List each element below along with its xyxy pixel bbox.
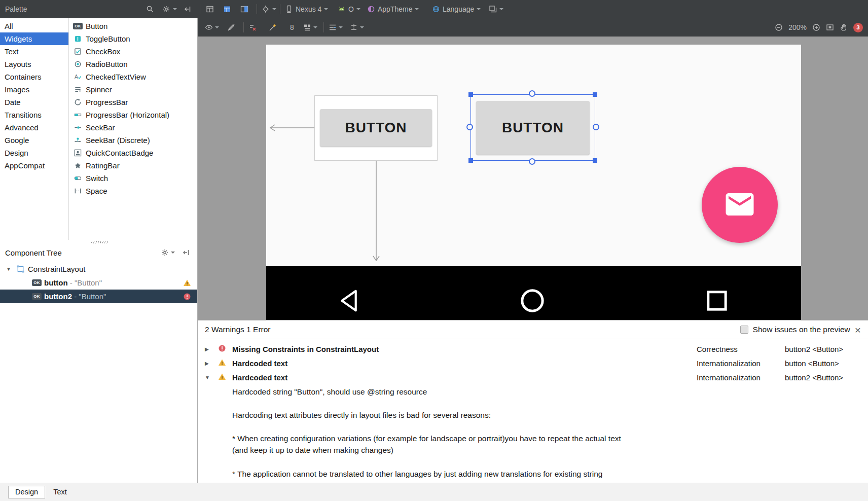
palette-category-containers[interactable]: Containers bbox=[0, 70, 68, 83]
zoom-out-button[interactable] bbox=[775, 23, 783, 31]
language-selector[interactable]: Language bbox=[432, 0, 481, 18]
palette-category-images[interactable]: Images bbox=[0, 83, 68, 96]
tab-design[interactable]: Design bbox=[8, 486, 45, 498]
issues-panel: 2 Warnings 1 Error Show issues on the pr… bbox=[198, 320, 868, 483]
palette-category-design[interactable]: Design bbox=[0, 147, 68, 159]
canvas-button1[interactable]: BUTTON bbox=[320, 109, 432, 147]
constraint-anchor-top[interactable] bbox=[529, 90, 535, 97]
tree-node-button2[interactable]: OK button2 - "Button" bbox=[0, 290, 197, 303]
issues-header: 2 Warnings 1 Error Show issues on the pr… bbox=[198, 320, 868, 339]
fab-email-button[interactable] bbox=[702, 167, 778, 243]
issue-detail-line: (and keep it up to date when making chan… bbox=[232, 446, 393, 455]
resize-handle-top-right[interactable] bbox=[593, 92, 597, 97]
issue-row-hardcoded-text-button[interactable]: ▶ Hardcoded text Internationalization bu… bbox=[198, 356, 868, 370]
palette-widget-button[interactable]: OK Button bbox=[69, 20, 197, 32]
show-issues-checkbox[interactable] bbox=[740, 326, 748, 334]
collapse-arrow-icon[interactable]: ▼ bbox=[205, 375, 213, 380]
orientation-icon[interactable] bbox=[262, 0, 276, 18]
issue-count-badge[interactable]: 3 bbox=[853, 23, 863, 32]
palette-category-advanced[interactable]: Advanced bbox=[0, 121, 68, 134]
button-node-icon: OK bbox=[32, 292, 41, 301]
guideline-icon[interactable] bbox=[350, 18, 364, 37]
pan-hand-button[interactable] bbox=[840, 23, 848, 31]
issue-detail-line: * When creating configuration variations… bbox=[232, 434, 621, 443]
widget-label: SeekBar (Discrete) bbox=[86, 136, 150, 145]
palette-widget-ratingbar[interactable]: RatingBar bbox=[69, 159, 197, 172]
theme-selector[interactable]: AppTheme bbox=[367, 0, 419, 18]
constraintlayout-icon bbox=[16, 265, 25, 273]
constraint-anchor-bottom[interactable] bbox=[529, 158, 535, 165]
issue-row-hardcoded-text-button2[interactable]: ▼ Hardcoded text Internationalization bu… bbox=[198, 370, 868, 384]
palette-settings-gear-icon[interactable] bbox=[162, 0, 177, 18]
palette-category-date[interactable]: Date bbox=[0, 96, 68, 109]
palette-widget-seekbar[interactable]: SeekBar bbox=[69, 121, 197, 134]
palette-widget-spinner[interactable]: Spinner bbox=[69, 83, 197, 96]
api-selector[interactable]: O bbox=[338, 0, 360, 18]
splitter-grip-icon bbox=[90, 241, 108, 243]
palette-category-appcompat[interactable]: AppCompat bbox=[0, 159, 68, 172]
canvas-button2[interactable]: BUTTON bbox=[476, 101, 590, 155]
close-panel-icon[interactable]: × bbox=[855, 325, 861, 335]
theme-icon bbox=[367, 5, 375, 13]
constraint-anchor-left[interactable] bbox=[466, 124, 473, 130]
tree-node-button[interactable]: OK button - "Button" bbox=[0, 276, 197, 290]
palette-category-widgets[interactable]: Widgets bbox=[0, 32, 68, 45]
hide-panel-pin-icon[interactable] bbox=[184, 0, 192, 18]
search-icon[interactable] bbox=[146, 0, 154, 18]
panel-splitter[interactable] bbox=[0, 240, 197, 244]
tree-node-constraintlayout[interactable]: ▼ ConstraintLayout bbox=[0, 262, 197, 276]
palette-widget-quickcontactbadge[interactable]: QuickContactBadge bbox=[69, 147, 197, 159]
palette-widget-switch[interactable]: Switch bbox=[69, 172, 197, 185]
autoconnect-icon[interactable] bbox=[227, 18, 235, 37]
zoom-in-button[interactable] bbox=[812, 23, 820, 31]
nav-home-icon bbox=[520, 289, 545, 314]
tab-text[interactable]: Text bbox=[46, 486, 74, 498]
widget-label: ToggleButton bbox=[86, 34, 130, 43]
view-design-mode-icon[interactable] bbox=[206, 0, 214, 18]
palette-widget-seekbar-discrete[interactable]: SeekBar (Discrete) bbox=[69, 134, 197, 147]
show-constraints-eye-icon[interactable] bbox=[205, 18, 219, 37]
palette-widget-progressbar-horizontal[interactable]: ProgressBar (Horizontal) bbox=[69, 109, 197, 121]
palette-category-all[interactable]: All bbox=[0, 20, 68, 32]
button1-bounds[interactable]: BUTTON bbox=[314, 95, 438, 161]
view-both-mode-icon[interactable] bbox=[240, 0, 248, 18]
virtual-screens-icon[interactable] bbox=[489, 0, 503, 18]
design-canvas[interactable]: BUTTON BUTTON bbox=[198, 37, 868, 320]
palette-widget-space[interactable]: Space bbox=[69, 185, 197, 197]
palette-widget-checkbox[interactable]: CheckBox bbox=[69, 45, 197, 58]
palette-widget-radiobutton[interactable]: RadioButton bbox=[69, 58, 197, 70]
device-selector[interactable]: Nexus 4 bbox=[285, 0, 328, 18]
default-margin-button[interactable]: 8 bbox=[290, 18, 294, 37]
issue-row-missing-constraints[interactable]: ▶ Missing Constraints in ConstraintLayou… bbox=[198, 342, 868, 356]
palette-category-transitions[interactable]: Transitions bbox=[0, 109, 68, 121]
button2-selection[interactable]: BUTTON bbox=[471, 94, 595, 161]
toolbar-separator bbox=[323, 22, 324, 32]
checkbox-widget-icon bbox=[74, 47, 82, 56]
zoom-to-fit-button[interactable] bbox=[826, 23, 834, 31]
constraint-anchor-right[interactable] bbox=[593, 124, 599, 130]
clear-constraints-icon[interactable] bbox=[248, 18, 257, 37]
resize-handle-bottom-right[interactable] bbox=[593, 158, 597, 163]
pack-icon[interactable] bbox=[303, 18, 317, 37]
expand-arrow-icon[interactable]: ▼ bbox=[6, 266, 13, 272]
toolbar-separator bbox=[280, 4, 280, 14]
palette-widget-checkedtextview[interactable]: A CheckedTextView bbox=[69, 70, 197, 83]
expand-arrow-icon[interactable]: ▶ bbox=[205, 346, 213, 352]
palette-category-text[interactable]: Text bbox=[0, 45, 68, 58]
align-icon[interactable] bbox=[329, 18, 343, 37]
view-blueprint-mode-icon[interactable] bbox=[223, 0, 231, 18]
resize-handle-top-left[interactable] bbox=[468, 92, 473, 97]
palette-category-layouts[interactable]: Layouts bbox=[0, 58, 68, 70]
component-tree-pin-icon[interactable] bbox=[182, 248, 190, 257]
issues-summary: 2 Warnings 1 Error bbox=[205, 325, 271, 334]
infer-constraints-icon[interactable] bbox=[269, 18, 277, 37]
component-tree-gear-icon[interactable] bbox=[161, 248, 175, 257]
warning-icon bbox=[218, 373, 227, 382]
palette-widget-togglebutton[interactable]: ToggleButton bbox=[69, 32, 197, 45]
globe-icon bbox=[432, 5, 440, 13]
resize-handle-bottom-left[interactable] bbox=[468, 158, 473, 163]
widget-label: Space bbox=[86, 187, 107, 195]
palette-category-google[interactable]: Google bbox=[0, 134, 68, 147]
expand-arrow-icon[interactable]: ▶ bbox=[205, 361, 213, 366]
palette-widget-progressbar[interactable]: ProgressBar bbox=[69, 96, 197, 109]
